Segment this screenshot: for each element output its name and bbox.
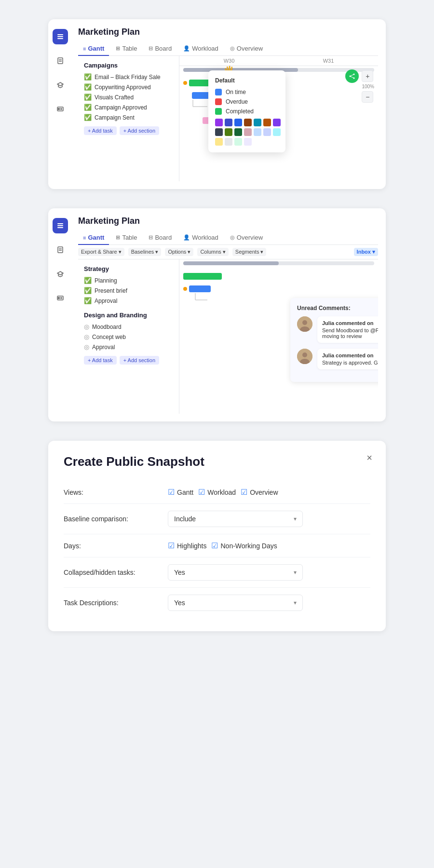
task-copywriting: ✅ Copywriting Approved — [78, 82, 179, 92]
task-moodboard: ◎ Moodboard — [78, 322, 179, 332]
circle-approval2: ◎ — [84, 343, 89, 351]
snapshot-title: Create Public Snapshot — [64, 454, 370, 469]
gantt-left-panel: Campaigns ✅ Email – Black Friday Sale ✅ … — [78, 56, 179, 181]
workload2-tab-icon: 👤 — [183, 234, 190, 241]
checkbox-gantt: ☑ Gantt — [168, 488, 193, 497]
sidebar-app-icon[interactable] — [53, 29, 68, 44]
checkbox-workload-icon[interactable]: ☑ — [198, 488, 205, 497]
comment-2: Julia commented on Strategy is approved.… — [297, 349, 378, 369]
svg-point-7 — [58, 108, 60, 110]
card-title-2: Marketing Plan — [78, 216, 378, 226]
options-button[interactable]: Options ▾ — [165, 248, 193, 256]
tabs-bar-2: ≡ Gantt ⊞ Table ⊟ Board 👤 Workload ◎ Ove… — [78, 231, 378, 245]
svg-rect-19 — [57, 227, 63, 228]
export-share-button[interactable]: Export & Share ▾ — [78, 248, 124, 256]
swatch-violet[interactable] — [273, 119, 281, 126]
overdue-dot — [215, 98, 222, 105]
swatch-indigo[interactable] — [225, 119, 232, 126]
tab2-gantt[interactable]: ≡ Gantt — [78, 231, 109, 245]
task-concept: ◎ Concept web — [78, 332, 179, 342]
add-task-button-2[interactable]: + Add task — [84, 356, 117, 365]
descriptions-label: Task Descriptions: — [64, 599, 160, 607]
zoom-out-button[interactable]: − — [362, 91, 373, 103]
sidebar-doc-icon-2[interactable] — [53, 242, 68, 258]
swatch-green-light[interactable] — [234, 138, 242, 146]
sidebar-app-icon-2[interactable] — [53, 218, 68, 233]
sidebar-2 — [48, 208, 72, 421]
bar-row2-1 — [183, 271, 374, 282]
legend-overdue: Overdue — [215, 98, 279, 105]
collapsed-label: Collapsed/hidden tasks: — [64, 569, 160, 576]
days-label: Days: — [64, 542, 160, 550]
check-planning: ✅ — [84, 277, 92, 284]
swatch-purple-light[interactable] — [244, 138, 252, 146]
tab-board[interactable]: ⊟ Board — [144, 42, 176, 56]
comment-text-1: Send Moodboard to @Peter before moving t… — [322, 327, 378, 339]
swatch-cyan[interactable] — [254, 119, 261, 126]
checkbox-overview-icon[interactable]: ☑ — [241, 488, 247, 497]
swatch-indigo-light[interactable] — [263, 128, 271, 136]
sidebar-card-icon[interactable] — [53, 101, 68, 117]
board-tab-icon: ⊟ — [149, 45, 153, 52]
share-button[interactable] — [345, 69, 359, 83]
swatch-white[interactable] — [225, 138, 232, 146]
tab2-workload[interactable]: 👤 Workload — [178, 231, 223, 245]
tab-gantt[interactable]: ≡ Gantt — [78, 42, 109, 56]
sidebar-doc-icon[interactable] — [53, 53, 68, 68]
checkbox-highlights: ☑ Highlights — [168, 541, 206, 550]
baseline-select[interactable]: Include ▾ — [168, 511, 303, 527]
checkbox-gantt-icon[interactable]: ☑ — [168, 488, 175, 497]
checkbox-nonworking-icon[interactable]: ☑ — [211, 541, 218, 550]
sidebar-cap-icon[interactable] — [53, 77, 68, 93]
sidebar-card-icon-2[interactable] — [53, 290, 68, 306]
snapshot-row-baseline: Baseline comparison: Include ▾ — [64, 504, 370, 534]
close-button[interactable]: × — [366, 452, 372, 463]
tab2-board[interactable]: ⊟ Board — [144, 231, 176, 245]
check-icon-visuals: ✅ — [84, 94, 92, 101]
svg-rect-20 — [58, 247, 63, 253]
swatch-amber[interactable] — [263, 119, 271, 126]
columns-button[interactable]: Columns ▾ — [197, 248, 228, 256]
swatch-gray[interactable] — [215, 128, 223, 136]
swatch-brown[interactable] — [244, 119, 252, 126]
task-approval-2: ◎ Approval — [78, 342, 179, 352]
add-section-button-2[interactable]: + Add section — [120, 356, 159, 365]
tab-table[interactable]: ⊞ Table — [111, 42, 142, 56]
tab2-table[interactable]: ⊞ Table — [111, 231, 142, 245]
segments-button[interactable]: Segments ▾ — [232, 248, 267, 256]
svg-rect-2 — [57, 38, 63, 39]
collapsed-select[interactable]: Yes ▾ — [168, 564, 303, 581]
comment-author-1: Julia commented on — [322, 320, 378, 326]
task-campaign-approved: ✅ Campaign Approved — [78, 102, 179, 112]
swatch-blue[interactable] — [234, 119, 242, 126]
overview-tab-icon: ◎ — [230, 45, 235, 52]
checkbox-workload: ☑ Workload — [198, 488, 236, 497]
inbox-button[interactable]: Inbox ▾ — [354, 248, 378, 256]
legend-completed: Completed — [215, 108, 279, 115]
sidebar-cap-icon-2[interactable] — [53, 266, 68, 282]
swatch-blue-light[interactable] — [254, 128, 261, 136]
task-planning: ✅ Planning — [78, 275, 179, 285]
add-task-button[interactable]: + Add task — [84, 126, 117, 135]
week-w30: W30 — [179, 56, 279, 66]
descriptions-select[interactable]: Yes ▾ — [168, 595, 303, 611]
swatch-pink-soft[interactable] — [244, 128, 252, 136]
collapsed-select-arrow: ▾ — [294, 569, 297, 576]
swatch-yellow[interactable] — [215, 138, 223, 146]
add-section-button[interactable]: + Add section — [120, 126, 159, 135]
swatch-lime[interactable] — [225, 128, 232, 136]
baselines-button[interactable]: Baselines ▾ — [128, 248, 162, 256]
svg-rect-18 — [57, 225, 63, 226]
swatch-cyan-light[interactable] — [273, 128, 281, 136]
tab2-overview[interactable]: ◎ Overview — [225, 231, 268, 245]
checkbox-highlights-icon[interactable]: ☑ — [168, 541, 175, 550]
swatch-green-dark[interactable] — [234, 128, 242, 136]
snapshot-row-collapsed: Collapsed/hidden tasks: Yes ▾ — [64, 557, 370, 588]
swatch-purple[interactable] — [215, 119, 223, 126]
tab-overview[interactable]: ◎ Overview — [225, 42, 268, 56]
sidebar — [48, 19, 72, 189]
tab-workload[interactable]: 👤 Workload — [178, 42, 223, 56]
completed-dot — [215, 108, 222, 115]
task-approval-1: ✅ Approval — [78, 296, 179, 306]
zoom-in-button[interactable]: + — [362, 70, 373, 82]
